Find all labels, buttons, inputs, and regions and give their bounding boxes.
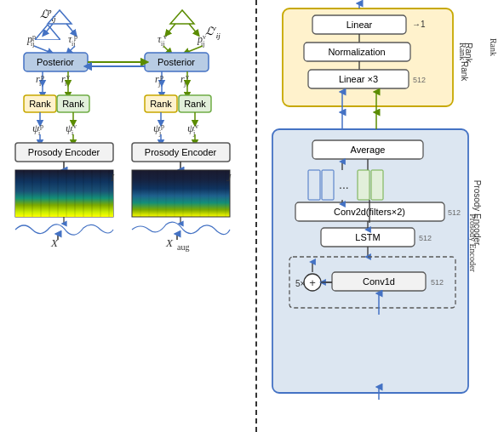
svg-text:Normalization: Normalization xyxy=(328,47,385,57)
svg-text:Rank: Rank xyxy=(184,99,206,109)
svg-text:...: ... xyxy=(339,178,349,191)
svg-text:512: 512 xyxy=(419,234,432,242)
svg-text:Conv1d: Conv1d xyxy=(363,276,395,287)
svg-text:i: i xyxy=(65,80,67,88)
left-panel: ℒpij ℒvij xyxy=(0,0,255,432)
svg-text:p: p xyxy=(161,122,164,130)
right-svg-overlay: Rank Rank Linear →1 Normalization Linear… xyxy=(257,0,504,432)
svg-text:r: r xyxy=(155,73,159,85)
svg-text:ij: ij xyxy=(161,40,164,48)
svg-text:→1: →1 xyxy=(412,20,426,29)
svg-line-24 xyxy=(186,46,203,53)
svg-rect-85 xyxy=(15,170,113,217)
svg-rect-137 xyxy=(312,140,423,159)
svg-rect-99 xyxy=(132,170,230,217)
svg-text:ψ: ψ xyxy=(153,122,161,134)
svg-text:ij: ij xyxy=(31,40,34,48)
svg-text:j: j xyxy=(158,129,161,137)
svg-text:ψ: ψ xyxy=(32,122,40,134)
svg-text:ψ: ψ xyxy=(66,122,73,134)
loss-v-label: ℒvij xyxy=(205,24,220,40)
svg-rect-25 xyxy=(24,53,88,71)
svg-text:X: X xyxy=(50,236,59,249)
svg-line-22 xyxy=(68,46,75,53)
svg-text:j: j xyxy=(158,80,160,88)
svg-text:aug: aug xyxy=(177,242,189,252)
svg-rect-127 xyxy=(304,43,410,61)
svg-rect-136 xyxy=(272,129,468,393)
svg-text:ψ: ψ xyxy=(187,122,195,134)
svg-rect-53 xyxy=(57,95,89,112)
svg-text:i: i xyxy=(72,129,74,137)
svg-text:v: v xyxy=(66,73,70,81)
svg-rect-57 xyxy=(179,95,211,112)
svg-text:r: r xyxy=(180,73,185,85)
svg-text:Average: Average xyxy=(351,145,386,155)
svg-text:Conv2d(filters×2): Conv2d(filters×2) xyxy=(334,207,405,217)
svg-rect-79 xyxy=(15,143,113,162)
svg-text:I: I xyxy=(110,172,115,184)
svg-rect-160 xyxy=(332,272,426,291)
loss-p-label: ℒpij xyxy=(40,7,56,23)
svg-text:Rank: Rank xyxy=(150,99,172,109)
svg-text:Posterior: Posterior xyxy=(37,57,74,67)
left-svg-overlay: p p ij τ p ij τ v ij p v ij Posterior Po… xyxy=(0,0,255,432)
svg-rect-156 xyxy=(289,257,455,308)
svg-text:r: r xyxy=(36,73,40,85)
svg-text:ij: ij xyxy=(201,40,204,48)
svg-text:Prosody Encoder: Prosody Encoder xyxy=(145,147,217,157)
svg-text:j: j xyxy=(183,80,186,88)
svg-text:Prosody Encoder: Prosody Encoder xyxy=(28,147,100,157)
svg-line-23 xyxy=(163,46,170,53)
svg-text:LSTM: LSTM xyxy=(355,232,380,242)
svg-rect-143 xyxy=(358,170,369,200)
main-container: ℒpij ℒvij xyxy=(0,0,504,432)
loss-p-triangle xyxy=(35,25,60,40)
svg-text:512: 512 xyxy=(431,278,444,287)
svg-rect-151 xyxy=(321,228,415,247)
svg-marker-0 xyxy=(35,25,60,40)
svg-rect-120 xyxy=(283,9,453,106)
svg-point-157 xyxy=(304,274,321,291)
svg-text:J: J xyxy=(226,172,232,184)
svg-rect-141 xyxy=(322,170,334,200)
svg-text:5×: 5× xyxy=(295,279,306,288)
svg-text:X: X xyxy=(165,236,174,249)
svg-text:i: i xyxy=(38,129,41,137)
svg-rect-123 xyxy=(312,15,406,34)
loss-row: ℒpij ℒvij xyxy=(3,7,252,40)
svg-rect-55 xyxy=(145,95,177,112)
svg-text:Rank: Rank xyxy=(29,99,51,109)
svg-text:i: i xyxy=(39,80,42,88)
svg-text:v: v xyxy=(73,122,77,130)
svg-rect-27 xyxy=(145,53,209,71)
svg-rect-100 xyxy=(132,170,230,217)
svg-rect-86 xyxy=(15,170,113,217)
svg-rect-146 xyxy=(295,202,444,221)
svg-text:v: v xyxy=(195,122,198,130)
svg-line-21 xyxy=(34,46,51,53)
svg-text:Rank: Rank xyxy=(62,99,84,109)
svg-text:Posterior: Posterior xyxy=(158,57,195,67)
svg-text:ij: ij xyxy=(72,40,75,48)
loss-v-group: ℒvij xyxy=(205,24,220,40)
svg-text:p: p xyxy=(40,122,43,130)
svg-text:Rank: Rank xyxy=(458,43,467,60)
svg-text:512: 512 xyxy=(448,208,461,217)
svg-text:Rank: Rank xyxy=(460,61,469,82)
rank-side-label: Rank xyxy=(489,38,498,56)
svg-rect-81 xyxy=(132,143,230,162)
loss-p-group: ℒpij xyxy=(35,7,60,40)
svg-text:Rank: Rank xyxy=(464,43,473,63)
svg-text:p: p xyxy=(41,73,44,81)
loss-p-triangle-group xyxy=(35,25,60,40)
svg-rect-144 xyxy=(371,170,383,200)
prosody-side-label: Prosody Encoder xyxy=(468,213,478,272)
svg-rect-140 xyxy=(308,170,320,200)
svg-text:512: 512 xyxy=(413,76,426,84)
svg-text:j: j xyxy=(192,129,195,137)
svg-rect-130 xyxy=(308,70,409,88)
svg-text:v: v xyxy=(186,73,189,81)
svg-text:+: + xyxy=(309,276,316,289)
svg-text:r: r xyxy=(61,73,66,85)
